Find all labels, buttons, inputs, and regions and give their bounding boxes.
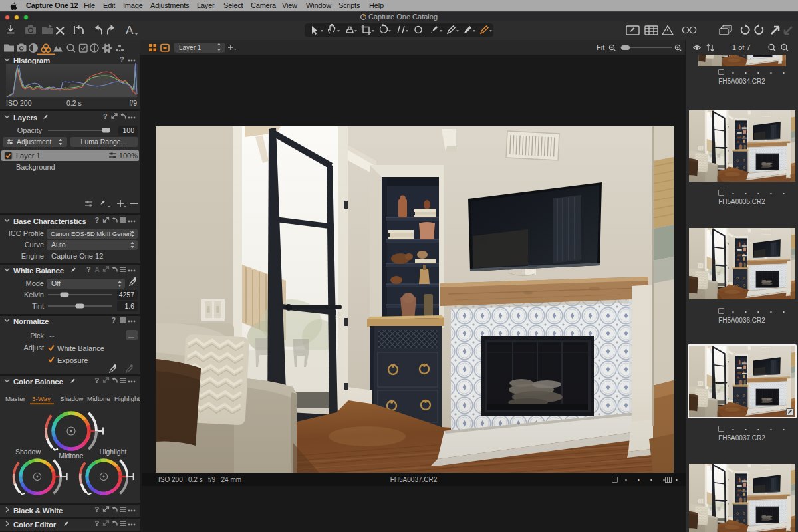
svg-text:Luma Range...: Luma Range... <box>81 138 127 146</box>
svg-text:100: 100 <box>122 126 134 134</box>
svg-text:Shadow: Shadow <box>15 448 41 456</box>
svg-text:--: -- <box>49 332 55 340</box>
svg-text:Opacity: Opacity <box>17 126 43 134</box>
svg-text:Adjustment: Adjustment <box>17 138 52 146</box>
svg-text:ISO 200: ISO 200 <box>6 99 32 107</box>
svg-text:Exposure: Exposure <box>57 356 88 364</box>
svg-text:1.6: 1.6 <box>124 302 134 310</box>
svg-text:Canon EOS-5D MkIII Generic: Canon EOS-5D MkIII Generic <box>51 230 135 237</box>
svg-text:Mode: Mode <box>25 279 44 287</box>
svg-text:Color Editor: Color Editor <box>13 521 57 529</box>
svg-text:Pick: Pick <box>30 332 44 340</box>
svg-text:Auto: Auto <box>51 241 66 249</box>
svg-text:100%: 100% <box>119 152 138 160</box>
svg-text:?: ? <box>103 112 108 120</box>
svg-text:Adjust: Adjust <box>23 344 44 352</box>
svg-text:ICC Profile: ICC Profile <box>9 229 44 237</box>
svg-text:A: A <box>126 24 134 37</box>
svg-text:Kelvin: Kelvin <box>24 291 44 299</box>
svg-text:Capture One 12: Capture One 12 <box>51 252 103 260</box>
svg-text:Background: Background <box>16 163 55 171</box>
svg-text:Curve: Curve <box>25 241 44 249</box>
svg-text:A: A <box>95 266 100 273</box>
svg-text:?: ? <box>95 376 100 384</box>
svg-text:Layer 1: Layer 1 <box>179 44 201 51</box>
svg-text:?: ? <box>86 265 91 273</box>
svg-text:1 of 7: 1 of 7 <box>732 43 751 51</box>
svg-text:Engine: Engine <box>21 252 44 260</box>
svg-text:?: ? <box>120 55 124 63</box>
svg-text:?: ? <box>95 216 100 224</box>
svg-text:Off: Off <box>51 279 61 287</box>
svg-text:Shadow: Shadow <box>60 395 84 402</box>
svg-text:Normalize: Normalize <box>13 317 49 325</box>
svg-text:Highlight: Highlight <box>114 395 140 402</box>
svg-text:?: ? <box>95 519 100 527</box>
svg-text:Color Balance: Color Balance <box>13 378 63 386</box>
svg-text:Midtone: Midtone <box>87 395 110 402</box>
svg-text:Midtone: Midtone <box>59 452 84 460</box>
svg-text:Highlight: Highlight <box>100 448 127 456</box>
svg-text:?: ? <box>112 316 116 324</box>
svg-text:3-Way: 3-Way <box>32 395 51 402</box>
svg-text:f/9: f/9 <box>129 99 137 107</box>
svg-text:Histogram: Histogram <box>13 57 50 65</box>
svg-text:?: ? <box>95 505 100 513</box>
svg-text:Layer 1: Layer 1 <box>16 152 41 160</box>
svg-text:4257: 4257 <box>119 291 135 299</box>
svg-text:Base Characteristics: Base Characteristics <box>13 217 86 225</box>
svg-text:0.2 s: 0.2 s <box>66 99 82 107</box>
svg-text:Fit: Fit <box>597 43 604 51</box>
svg-text:Black & White: Black & White <box>13 507 63 515</box>
svg-text:White Balance: White Balance <box>13 267 64 275</box>
svg-text:Tint: Tint <box>32 302 44 310</box>
svg-text:Master: Master <box>5 395 26 402</box>
svg-text:White Balance: White Balance <box>57 344 104 352</box>
svg-text:Layers: Layers <box>13 114 37 122</box>
